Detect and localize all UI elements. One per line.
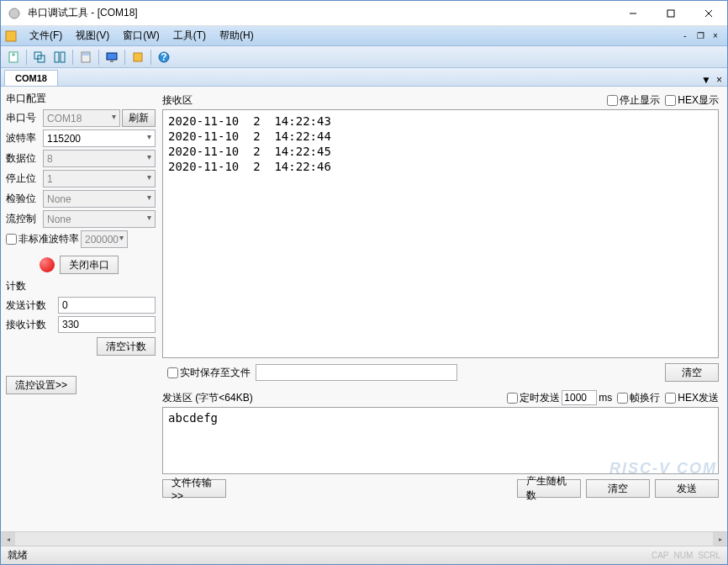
send-count-value: 0 xyxy=(58,297,156,314)
tx-clear-button[interactable]: 清空 xyxy=(586,479,650,498)
num-indicator: NUM xyxy=(674,551,694,560)
scroll-left-icon[interactable]: ◂ xyxy=(1,532,15,547)
title-bar: 串口调试工具 - [COM18] xyxy=(1,1,727,26)
horizontal-scrollbar[interactable]: ◂ ▸ xyxy=(1,531,727,546)
toolbar-settings-icon[interactable] xyxy=(129,48,147,66)
count-title: 计数 xyxy=(6,279,156,293)
port-select[interactable]: COM18 xyxy=(43,109,120,127)
record-indicator-icon xyxy=(40,257,55,272)
flow-control-settings-button[interactable]: 流控设置>> xyxy=(6,376,76,394)
tx-title: 发送区 (字节<64KB) xyxy=(162,391,253,405)
stop-bits-select[interactable]: 1 xyxy=(43,170,156,187)
receive-textarea[interactable]: 2020-11-10 2 14:22:43 2020-11-10 2 14:22… xyxy=(162,109,719,358)
frame-wrap-label: 帧换行 xyxy=(630,391,660,405)
flow-label: 流控制 xyxy=(6,212,43,226)
svg-rect-11 xyxy=(55,52,59,62)
nonstd-baud-label: 非标准波特率 xyxy=(18,232,79,246)
stop-display-checkbox[interactable] xyxy=(607,95,618,106)
tab-close-icon[interactable]: × xyxy=(716,74,722,86)
menu-window[interactable]: 窗口(W) xyxy=(116,27,166,45)
baud-label: 波特率 xyxy=(6,131,43,145)
file-transfer-button[interactable]: 文件传输>> xyxy=(162,479,226,498)
svg-rect-16 xyxy=(110,61,113,62)
stop-bits-label: 停止位 xyxy=(6,172,43,186)
status-text: 就绪 xyxy=(8,548,646,562)
send-count-label: 发送计数 xyxy=(6,298,58,313)
rx-clear-button[interactable]: 清空 xyxy=(665,363,719,382)
parity-select[interactable]: None xyxy=(43,190,156,208)
save-file-label: 实时保存至文件 xyxy=(180,366,251,380)
tab-dropdown-icon[interactable]: ▼ xyxy=(701,74,711,86)
timed-send-checkbox[interactable] xyxy=(507,393,518,404)
nonstd-baud-checkbox[interactable] xyxy=(6,234,17,245)
mdi-close[interactable]: × xyxy=(709,30,722,42)
svg-point-0 xyxy=(9,8,19,18)
svg-rect-5 xyxy=(6,31,16,41)
minimize-button[interactable] xyxy=(614,1,652,25)
save-file-path-input[interactable] xyxy=(256,364,457,381)
menu-tools[interactable]: 工具(T) xyxy=(166,27,213,45)
svg-rect-14 xyxy=(82,53,89,55)
baud-select[interactable]: 115200 xyxy=(43,129,156,147)
svg-rect-2 xyxy=(667,10,674,17)
menu-app-icon xyxy=(4,29,18,43)
menu-bar: 文件(F) 视图(V) 窗口(W) 工具(T) 帮助(H) - ❐ × xyxy=(1,26,727,46)
port-label: 串口号 xyxy=(6,111,43,125)
menu-file[interactable]: 文件(F) xyxy=(23,27,69,45)
mdi-restore[interactable]: ❐ xyxy=(694,30,707,42)
hex-send-label: HEX发送 xyxy=(678,391,719,405)
menu-help[interactable]: 帮助(H) xyxy=(213,27,261,45)
scrl-indicator: SCRL xyxy=(698,551,720,560)
stop-display-label: 停止显示 xyxy=(620,93,660,108)
toolbar-tile-icon[interactable] xyxy=(50,48,69,66)
interval-input[interactable] xyxy=(562,390,597,405)
parity-label: 检验位 xyxy=(6,192,43,206)
gen-random-button[interactable]: 产生随机数 xyxy=(517,479,581,498)
toolbar-monitor-icon[interactable] xyxy=(103,48,121,66)
ms-label: ms xyxy=(599,392,612,404)
frame-wrap-checkbox[interactable] xyxy=(617,393,628,404)
mdi-minimize[interactable]: - xyxy=(678,30,692,42)
svg-rect-17 xyxy=(134,53,142,61)
tab-com18[interactable]: COM18 xyxy=(4,70,58,86)
send-textarea[interactable] xyxy=(162,407,719,474)
toolbar: ? xyxy=(1,46,727,68)
svg-rect-12 xyxy=(61,52,65,62)
tab-bar: COM18 ▼ × xyxy=(1,68,727,87)
window-title: 串口调试工具 - [COM18] xyxy=(28,6,614,20)
hex-send-checkbox[interactable] xyxy=(665,393,676,404)
app-icon xyxy=(8,7,21,20)
hex-display-checkbox[interactable] xyxy=(665,95,676,106)
hex-display-label: HEX显示 xyxy=(678,93,719,108)
nonstd-baud-select[interactable]: 200000 xyxy=(81,230,128,248)
svg-rect-15 xyxy=(107,53,117,60)
close-port-button[interactable]: 关闭串口 xyxy=(60,256,119,274)
clear-count-button[interactable]: 清空计数 xyxy=(97,337,156,356)
data-bits-label: 数据位 xyxy=(6,151,43,166)
close-button[interactable] xyxy=(689,1,727,25)
cap-indicator: CAP xyxy=(652,551,669,560)
toolbar-help-icon[interactable]: ? xyxy=(155,48,173,66)
refresh-button[interactable]: 刷新 xyxy=(122,109,156,127)
recv-count-value: 330 xyxy=(58,316,156,333)
timed-send-label: 定时发送 xyxy=(520,391,560,405)
flow-select[interactable]: None xyxy=(43,210,156,228)
rx-title: 接收区 xyxy=(162,93,193,108)
svg-text:?: ? xyxy=(161,51,166,63)
send-button[interactable]: 发送 xyxy=(655,479,719,498)
menu-view[interactable]: 视图(V) xyxy=(69,27,116,45)
status-bar: 就绪 CAP NUM SCRL xyxy=(1,546,727,564)
sidebar: 串口配置 串口号 COM18 刷新 波特率 115200 数据位 8 停止位 1… xyxy=(1,87,161,531)
toolbar-calc-icon[interactable] xyxy=(76,48,95,66)
recv-count-label: 接收计数 xyxy=(6,318,58,332)
toolbar-cascade-icon[interactable] xyxy=(30,48,49,66)
scroll-right-icon[interactable]: ▸ xyxy=(713,532,727,547)
config-title: 串口配置 xyxy=(6,92,156,106)
maximize-button[interactable] xyxy=(652,1,689,25)
toolbar-new-icon[interactable] xyxy=(4,48,23,66)
save-file-checkbox[interactable] xyxy=(167,367,178,378)
main-area: 接收区 停止显示 HEX显示 2020-11-10 2 14:22:43 202… xyxy=(161,87,727,531)
data-bits-select[interactable]: 8 xyxy=(43,150,156,167)
